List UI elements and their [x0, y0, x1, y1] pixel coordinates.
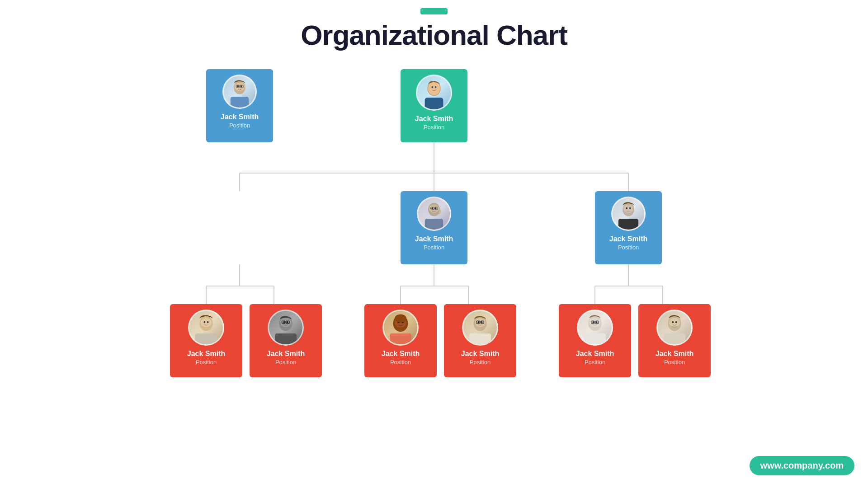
svg-point-83 — [675, 321, 677, 324]
card-position-level3-right1: Position — [585, 359, 605, 366]
svg-rect-50 — [275, 333, 297, 344]
person-icon-l2-left — [224, 76, 255, 108]
avatar-level2-center — [417, 197, 451, 231]
svg-rect-19 — [425, 98, 443, 109]
svg-point-82 — [672, 321, 674, 324]
watermark: www.company.com — [750, 456, 854, 475]
svg-point-27 — [241, 85, 242, 88]
avatar-level2-left — [222, 75, 257, 109]
card-position-level2-center: Position — [424, 244, 444, 251]
person-icon-l3-left2 — [269, 311, 302, 344]
svg-point-22 — [435, 86, 437, 89]
svg-rect-64 — [469, 333, 491, 344]
avatar-level2-right — [611, 197, 646, 231]
card-name-level1: Jack Smith — [415, 114, 453, 123]
level2-left-node[interactable]: Jack Smith Position — [206, 69, 273, 142]
card-name-level3-left2: Jack Smith — [267, 349, 305, 358]
card-name-level3-center2: Jack Smith — [461, 349, 499, 358]
svg-point-62 — [395, 314, 406, 323]
person-icon-l3-center2 — [463, 311, 497, 344]
level2-right-node[interactable]: Jack Smith Position — [595, 191, 662, 264]
svg-point-48 — [207, 321, 209, 324]
card-level3-center2[interactable]: Jack Smith Position — [444, 304, 516, 377]
svg-point-66 — [477, 321, 479, 324]
svg-point-75 — [596, 321, 598, 324]
page-title: Organizational Chart — [301, 19, 567, 51]
card-level3-left2[interactable]: Jack Smith Position — [250, 304, 322, 377]
svg-rect-72 — [584, 333, 606, 344]
card-position-level3-left2: Position — [275, 359, 296, 366]
svg-rect-40 — [618, 219, 638, 230]
card-name-level3-left1: Jack Smith — [187, 349, 225, 358]
svg-point-35 — [435, 207, 437, 210]
person-icon-l3-right1 — [578, 311, 612, 344]
level3-left2-node[interactable]: Jack Smith Position — [250, 304, 322, 377]
svg-point-84 — [671, 325, 678, 328]
svg-point-52 — [283, 321, 285, 324]
svg-rect-58 — [390, 333, 411, 344]
person-icon-l3-center1 — [384, 311, 417, 344]
avatar-level3-right1 — [577, 310, 613, 346]
svg-point-42 — [626, 207, 627, 210]
person-icon-l1 — [417, 76, 451, 109]
person-icon-l2-right — [613, 198, 644, 230]
svg-point-53 — [287, 321, 288, 324]
avatar-level3-right2 — [656, 310, 693, 346]
svg-rect-80 — [664, 333, 685, 344]
card-position-level3-right2: Position — [664, 359, 685, 366]
card-level3-left1[interactable]: Jack Smith Position — [170, 304, 242, 377]
person-icon-l3-left1 — [189, 311, 223, 344]
svg-point-47 — [203, 321, 205, 324]
level3-center2-node[interactable]: Jack Smith Position — [444, 304, 516, 377]
svg-rect-32 — [425, 219, 443, 230]
card-name-level3-center1: Jack Smith — [382, 349, 420, 358]
level3-center1-node[interactable]: Jack Smith Position — [364, 304, 437, 377]
card-name-level3-right2: Jack Smith — [656, 349, 693, 358]
person-icon-l2-center — [418, 198, 450, 230]
level3-left1-node[interactable]: Jack Smith Position — [170, 304, 242, 377]
avatar-level1 — [416, 75, 452, 111]
page-wrapper: Organizational Chart — [0, 0, 868, 488]
card-position-level1: Position — [424, 124, 444, 131]
card-level2-right[interactable]: Jack Smith Position — [595, 191, 662, 264]
card-level2-center[interactable]: Jack Smith Position — [401, 191, 467, 264]
svg-point-34 — [431, 207, 433, 210]
svg-point-43 — [629, 207, 631, 210]
svg-point-74 — [592, 321, 594, 324]
level1-node[interactable]: Jack Smith Position — [401, 69, 467, 142]
card-position-level3-center1: Position — [390, 359, 411, 366]
level2-center-node[interactable]: Jack Smith Position — [401, 191, 467, 264]
avatar-level3-center1 — [382, 310, 419, 346]
card-level3-right1[interactable]: Jack Smith Position — [559, 304, 631, 377]
svg-rect-45 — [195, 333, 217, 344]
card-position-level2-right: Position — [618, 244, 639, 251]
card-name-level2-left: Jack Smith — [221, 113, 259, 121]
card-position-level3-center2: Position — [470, 359, 491, 366]
card-position-level2-left: Position — [229, 122, 250, 129]
org-chart: Jack Smith Position — [118, 69, 750, 385]
card-position-level3-left1: Position — [196, 359, 217, 366]
top-accent — [420, 8, 448, 14]
avatar-level3-center2 — [462, 310, 498, 346]
svg-rect-24 — [231, 97, 249, 108]
card-level3-right2[interactable]: Jack Smith Position — [638, 304, 711, 377]
avatar-level3-left1 — [188, 310, 224, 346]
card-name-level3-right1: Jack Smith — [576, 349, 614, 358]
card-level1[interactable]: Jack Smith Position — [401, 69, 467, 142]
svg-point-26 — [237, 85, 239, 88]
card-level3-center1[interactable]: Jack Smith Position — [364, 304, 437, 377]
level3-right2-node[interactable]: Jack Smith Position — [638, 304, 711, 377]
card-level2-left[interactable]: Jack Smith Position — [206, 69, 273, 142]
level3-right1-node[interactable]: Jack Smith Position — [559, 304, 631, 377]
person-icon-l3-right2 — [658, 311, 691, 344]
card-name-level2-right: Jack Smith — [609, 235, 647, 243]
svg-point-21 — [431, 86, 433, 89]
avatar-level3-left2 — [268, 310, 304, 346]
svg-point-67 — [481, 321, 483, 324]
card-name-level2-center: Jack Smith — [415, 235, 453, 243]
svg-point-46 — [201, 318, 212, 327]
